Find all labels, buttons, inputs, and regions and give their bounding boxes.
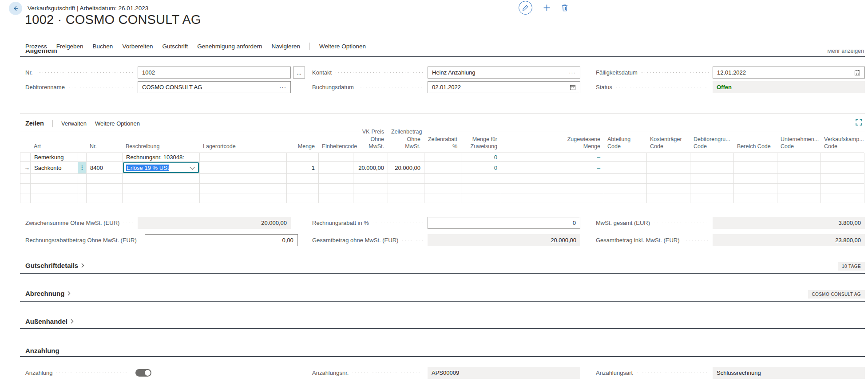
cell-einheit[interactable]	[319, 153, 353, 162]
cell-unternehmen[interactable]	[777, 174, 821, 184]
cell-lagerort[interactable]	[200, 174, 287, 184]
cell-mengezuw[interactable]	[461, 184, 501, 193]
cell-zeilenbetrag[interactable]	[388, 174, 424, 184]
cell-debitorengru[interactable]	[690, 162, 734, 174]
cell-kostentraeger[interactable]	[647, 193, 690, 203]
cell-beschreibung[interactable]: Erlöse 19 % USt	[123, 162, 200, 174]
column-header-bereich[interactable]: Bereich Code	[733, 143, 777, 153]
debitorenname-field[interactable]: COSMO CONSULT AG ···	[138, 81, 291, 93]
cell-bereich[interactable]	[734, 162, 777, 174]
cell-menu[interactable]	[78, 193, 87, 203]
cell-beschreibung[interactable]	[123, 193, 200, 203]
cell-zeilenbetrag[interactable]	[388, 184, 424, 193]
cell-zugmenge[interactable]	[501, 193, 604, 203]
cell-sel[interactable]	[20, 193, 31, 203]
show-more-link[interactable]: Mehr anzeigen	[827, 50, 864, 54]
cell-mengezuw[interactable]: 0	[461, 162, 501, 174]
cell-abteilung[interactable]	[604, 153, 647, 162]
debitorenname-lookup-icon[interactable]: ···	[279, 84, 286, 90]
cell-art[interactable]: Sachkonto	[31, 162, 78, 174]
cell-verkaufskamp[interactable]	[821, 153, 864, 162]
cell-kostentraeger[interactable]	[647, 174, 690, 184]
grid-row-5[interactable]	[20, 193, 864, 203]
cell-unternehmen[interactable]	[777, 153, 821, 162]
cell-zugmenge[interactable]: –	[501, 153, 604, 162]
cell-vkpreis[interactable]	[353, 184, 388, 193]
cell-menge[interactable]	[287, 184, 319, 193]
cell-debitorengru[interactable]	[690, 193, 734, 203]
anzahlung-toggle[interactable]	[135, 369, 151, 377]
cell-vkpreis[interactable]	[353, 174, 388, 184]
cell-nr[interactable]	[87, 184, 123, 193]
buchungsdatum-field[interactable]: 02.01.2022	[428, 81, 580, 93]
cell-kostentraeger[interactable]	[647, 184, 690, 193]
cell-link-mengezuw[interactable]: 0	[494, 165, 497, 171]
cell-link-zugmenge[interactable]: –	[597, 165, 600, 171]
cell-nr[interactable]	[87, 193, 123, 203]
cell-bereich[interactable]	[734, 193, 777, 203]
kontakt-field[interactable]: Heinz Anzahlung ···	[428, 67, 580, 79]
cell-kostentraeger[interactable]	[647, 153, 690, 162]
cell-vkpreis[interactable]	[353, 193, 388, 203]
row-menu-icon[interactable]: ⋮	[78, 162, 87, 174]
cell-zeilenbetrag[interactable]	[388, 193, 424, 203]
cell-einheit[interactable]	[319, 174, 353, 184]
calendar-icon[interactable]	[570, 84, 576, 90]
cell-zeilenrabatt[interactable]	[424, 193, 461, 203]
column-header-zeilenbetrag[interactable]: Zeilenbetrag Ohne MwSt.	[388, 128, 424, 153]
cell-unternehmen[interactable]	[777, 162, 821, 174]
cell-lagerort[interactable]	[200, 193, 287, 203]
cell-debitorengru[interactable]	[690, 153, 734, 162]
row-indicator-arrow[interactable]: →	[20, 162, 31, 174]
cell-sel[interactable]	[20, 184, 31, 193]
cell-zeilenrabatt[interactable]	[424, 174, 461, 184]
chevron-down-icon[interactable]	[190, 165, 194, 169]
cell-verkaufskamp[interactable]	[821, 193, 864, 203]
cell-mengezuw[interactable]: 0	[461, 153, 501, 162]
lines-menu-verwalten[interactable]: Verwalten	[61, 120, 87, 127]
grid-row-1[interactable]: BemerkungRechnungsnr. 103048:0–	[20, 153, 864, 162]
cell-kostentraeger[interactable]	[647, 162, 690, 174]
grid-row-3[interactable]	[20, 174, 864, 184]
cell-link-zugmenge[interactable]: –	[597, 154, 600, 161]
cell-nr[interactable]: 8400	[87, 162, 123, 174]
column-header-lagerort[interactable]: Lagerortcode	[199, 143, 286, 153]
column-header-vkpreis[interactable]: VK-Preis Ohne MwSt.	[353, 128, 388, 153]
cell-verkaufskamp[interactable]	[821, 184, 864, 193]
beschreibung-combobox[interactable]: Erlöse 19 % USt	[123, 162, 199, 173]
cell-art[interactable]	[31, 184, 78, 193]
cell-zeilenrabatt[interactable]	[424, 184, 461, 193]
focus-mode-button[interactable]	[856, 119, 862, 126]
cell-menge[interactable]	[287, 193, 319, 203]
cell-lagerort[interactable]	[200, 184, 287, 193]
cell-abteilung[interactable]	[604, 174, 647, 184]
cell-menu[interactable]	[78, 153, 87, 162]
column-header-unternehmen[interactable]: Unternehmen... Code	[777, 136, 820, 153]
column-header-einheit[interactable]: Einheitencode	[318, 143, 353, 153]
cell-einheit[interactable]	[319, 184, 353, 193]
kontakt-lookup-icon[interactable]: ···	[569, 69, 576, 76]
cell-sel[interactable]	[20, 174, 31, 184]
cell-zeilenrabatt[interactable]	[424, 162, 461, 174]
cell-bereich[interactable]	[734, 153, 777, 162]
cell-lagerort[interactable]	[200, 162, 287, 174]
column-header-nr[interactable]: Nr.	[86, 143, 122, 153]
cell-menge[interactable]	[287, 174, 319, 184]
lines-menu-weitere-optionen[interactable]: Weitere Optionen	[95, 120, 140, 127]
cell-verkaufskamp[interactable]	[821, 162, 864, 174]
cell-vkpreis[interactable]: 20.000,00	[353, 162, 388, 174]
rechnungsrabattbetrag-field[interactable]: 0,00	[145, 234, 298, 246]
anzahlung-section-title[interactable]: Anzahlung	[25, 347, 59, 354]
column-header-debitorengru[interactable]: Debitorengru... Code	[690, 136, 733, 153]
cell-zugmenge[interactable]	[501, 174, 604, 184]
cell-vkpreis[interactable]	[353, 153, 388, 162]
cell-unternehmen[interactable]	[777, 184, 821, 193]
cell-nr[interactable]	[87, 174, 123, 184]
cell-mengezuw[interactable]	[461, 174, 501, 184]
nr-assist-button[interactable]: ...	[293, 67, 305, 79]
faelligkeitsdatum-field[interactable]: 12.01.2022	[713, 67, 865, 79]
cell-sel[interactable]	[20, 153, 31, 162]
cell-bereich[interactable]	[734, 174, 777, 184]
column-header-art[interactable]: Art	[30, 143, 78, 153]
cell-einheit[interactable]	[319, 193, 353, 203]
